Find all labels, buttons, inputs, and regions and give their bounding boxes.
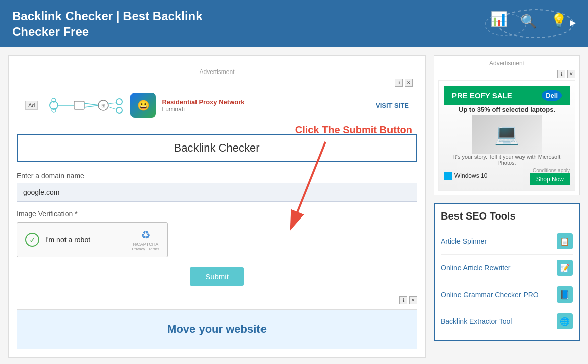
seo-tool-link-1[interactable]: Online Article Rewriter <box>441 264 511 272</box>
sale-text: PRE EOFY SALE <box>452 91 512 100</box>
svg-point-11 <box>116 99 122 105</box>
recaptcha-widget[interactable]: ✓ I'm not a robot ♻ reCAPTCHA Privacy · … <box>17 222 168 257</box>
svg-text:⊞: ⊞ <box>101 103 105 108</box>
main-content: Advertisment ℹ ✕ Ad ⊞ <box>8 55 426 358</box>
bulb-icon: 💡 <box>551 13 567 28</box>
dell-tagline: It's your story. Tell it your way with M… <box>444 154 570 166</box>
windows-icon <box>444 172 452 180</box>
dell-footer: Windows 10 Conditions apply Shop Now <box>444 166 570 185</box>
sidebar-ad: Advertisment ℹ ✕ PRE EOFY SALE Dell Up t… <box>434 55 580 195</box>
recaptcha-check: ✓ I'm not a robot <box>25 233 90 247</box>
dell-offer: Up to 35% off selected laptops. <box>459 105 555 114</box>
ad-info-btn[interactable]: ℹ <box>395 79 403 87</box>
seo-tool-icon-1: 📝 <box>557 260 573 276</box>
windows-logo: Windows 10 <box>444 172 487 180</box>
seo-tool-icon-0: 📋 <box>557 233 573 249</box>
site-title: Backlink Checker | Best Backlink Checker… <box>12 8 214 39</box>
bottom-ad-controls: ℹ ✕ <box>17 296 417 304</box>
svg-rect-6 <box>74 101 84 109</box>
seo-tool-icon-2: 📘 <box>557 286 573 303</box>
domain-label: Enter a domain name <box>17 172 417 180</box>
recaptcha-logo-icon: ♻ <box>132 229 159 242</box>
svg-line-7 <box>84 103 99 105</box>
seo-tool-icon-3: 🌐 <box>557 313 573 329</box>
seo-tools-title: Best SEO Tools <box>441 210 573 222</box>
recaptcha-text: I'm not a robot <box>45 236 90 244</box>
seo-tool-link-2[interactable]: Online Grammar Checker PRO <box>441 290 539 299</box>
seo-tool-link-3[interactable]: Backlink Extractor Tool <box>441 317 512 325</box>
header-icons: 📊 🔍 💡 ▶ <box>465 9 576 39</box>
ad-label: Advertisment <box>21 68 413 76</box>
dell-logo: Dell <box>542 90 562 101</box>
sidebar-ad-controls: ℹ ✕ <box>438 70 575 78</box>
recaptcha-brand: reCAPTCHA <box>132 242 159 247</box>
ad-banner: Advertisment ℹ ✕ Ad ⊞ <box>17 64 417 126</box>
svg-line-8 <box>84 105 99 107</box>
page-body: Advertisment ℹ ✕ Ad ⊞ <box>0 47 588 364</box>
svg-line-13 <box>108 103 116 104</box>
visit-site-link[interactable]: VISIT SITE <box>376 102 409 109</box>
bottom-ad-section: ℹ ✕ Move your website <box>17 296 417 349</box>
seo-tools-box: Best SEO Tools Article Spinner 📋 Online … <box>434 203 580 341</box>
sidebar-ad-label: Advertisment <box>438 60 575 67</box>
bottom-ad-text: Move your website <box>167 323 267 336</box>
seo-tool-item-1[interactable]: Online Article Rewriter 📝 <box>441 255 573 281</box>
arrow-right-icon: ▶ <box>570 18 576 27</box>
bottom-ad-info-btn[interactable]: ℹ <box>399 296 407 304</box>
network-sub: Luminati <box>162 106 244 113</box>
ad-badge: Ad <box>25 101 38 110</box>
conditions-text: Conditions apply <box>530 168 570 173</box>
dell-ad-image[interactable]: PRE EOFY SALE Dell Up to 35% off selecte… <box>438 80 575 191</box>
recaptcha-logo-area: ♻ reCAPTCHA Privacy · Terms <box>132 229 159 251</box>
bottom-ad-banner: Move your website <box>17 309 417 349</box>
form-area: Enter a domain name Image Verification *… <box>17 172 417 286</box>
ad-controls: ℹ ✕ <box>21 79 413 87</box>
dell-offer-text: Up to 35% off selected laptops. <box>459 106 555 113</box>
windows-text: Windows 10 <box>454 172 487 179</box>
bottom-ad-close-btn[interactable]: ✕ <box>409 296 417 304</box>
annotation-container: Backlink Checker Click The Submit Button… <box>17 134 417 286</box>
svg-point-12 <box>116 107 122 113</box>
ad-inner: Ad ⊞ 😀 <box>21 89 413 122</box>
svg-line-14 <box>108 107 116 109</box>
bar-chart-icon: 📊 <box>490 11 508 27</box>
dell-sale-banner: PRE EOFY SALE Dell <box>444 86 570 105</box>
seo-tool-item-0[interactable]: Article Spinner 📋 <box>441 228 573 255</box>
ad-network-text: Residential Proxy Network Luminati <box>162 98 244 113</box>
ad-close-btn[interactable]: ✕ <box>405 79 413 87</box>
recaptcha-links: Privacy · Terms <box>132 247 159 251</box>
verification-label: Image Verification * <box>17 210 417 218</box>
sidebar: Advertisment ℹ ✕ PRE EOFY SALE Dell Up t… <box>434 55 580 358</box>
shop-now-button[interactable]: Shop Now <box>530 173 570 185</box>
seo-tool-link-0[interactable]: Article Spinner <box>441 237 487 245</box>
domain-input[interactable] <box>17 183 417 202</box>
search-icon: 🔍 <box>520 14 537 29</box>
submit-button[interactable]: Submit <box>190 267 244 286</box>
luminati-logo: 😀 <box>130 93 156 118</box>
site-header: Backlink Checker | Best Backlink Checker… <box>0 0 588 47</box>
check-circle: ✓ <box>25 233 39 247</box>
sidebar-ad-close-btn[interactable]: ✕ <box>567 70 575 78</box>
seo-tool-item-2[interactable]: Online Grammar Checker PRO 📘 <box>441 281 573 308</box>
tool-title: Backlink Checker <box>17 134 417 162</box>
sidebar-ad-info-btn[interactable]: ℹ <box>557 70 565 78</box>
dell-laptop-img: 💻 <box>472 115 542 154</box>
network-name: Residential Proxy Network <box>162 98 244 106</box>
proxy-graphic: ⊞ <box>44 93 124 118</box>
seo-tool-item-3[interactable]: Backlink Extractor Tool 🌐 <box>441 308 573 334</box>
